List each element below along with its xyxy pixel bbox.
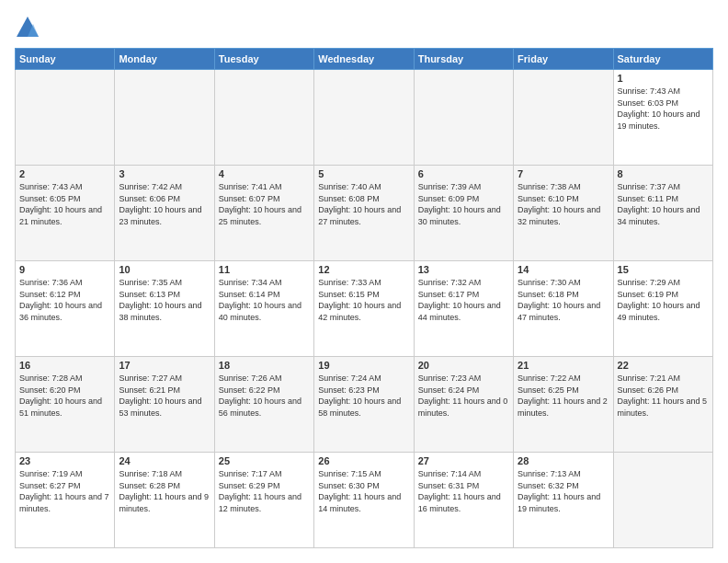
calendar-cell: 28Sunrise: 7:13 AM Sunset: 6:32 PM Dayli… <box>514 453 613 548</box>
day-info: Sunrise: 7:13 AM Sunset: 6:32 PM Dayligh… <box>518 468 609 514</box>
weekday-header-monday: Monday <box>115 49 214 70</box>
day-number: 16 <box>19 360 110 371</box>
calendar-cell: 17Sunrise: 7:27 AM Sunset: 6:21 PM Dayli… <box>115 357 214 453</box>
weekday-header-tuesday: Tuesday <box>214 49 313 70</box>
day-info: Sunrise: 7:36 AM Sunset: 6:12 PM Dayligh… <box>19 277 110 323</box>
calendar-cell: 6Sunrise: 7:39 AM Sunset: 6:09 PM Daylig… <box>414 166 513 261</box>
calendar-week-row-3: 9Sunrise: 7:36 AM Sunset: 6:12 PM Daylig… <box>16 261 713 357</box>
calendar-cell <box>613 453 712 548</box>
header <box>15 15 713 40</box>
day-info: Sunrise: 7:38 AM Sunset: 6:10 PM Dayligh… <box>518 181 609 227</box>
day-number: 17 <box>119 360 210 371</box>
day-info: Sunrise: 7:19 AM Sunset: 6:27 PM Dayligh… <box>19 468 110 514</box>
calendar-header-row: SundayMondayTuesdayWednesdayThursdayFrid… <box>16 49 713 70</box>
day-info: Sunrise: 7:22 AM Sunset: 6:25 PM Dayligh… <box>518 373 609 419</box>
calendar-cell: 2Sunrise: 7:43 AM Sunset: 6:05 PM Daylig… <box>16 166 115 261</box>
day-number: 24 <box>119 455 210 466</box>
weekday-header-saturday: Saturday <box>613 49 712 70</box>
day-info: Sunrise: 7:17 AM Sunset: 6:29 PM Dayligh… <box>219 468 310 514</box>
day-info: Sunrise: 7:23 AM Sunset: 6:24 PM Dayligh… <box>418 373 509 419</box>
calendar-cell: 26Sunrise: 7:15 AM Sunset: 6:30 PM Dayli… <box>314 453 414 548</box>
calendar-cell: 24Sunrise: 7:18 AM Sunset: 6:28 PM Dayli… <box>115 453 214 548</box>
calendar-cell <box>115 70 214 166</box>
day-number: 27 <box>418 455 509 466</box>
calendar-cell: 13Sunrise: 7:32 AM Sunset: 6:17 PM Dayli… <box>414 261 513 357</box>
day-number: 3 <box>119 168 210 179</box>
day-info: Sunrise: 7:43 AM Sunset: 6:05 PM Dayligh… <box>19 181 110 227</box>
calendar-cell: 5Sunrise: 7:40 AM Sunset: 6:08 PM Daylig… <box>314 166 414 261</box>
day-info: Sunrise: 7:34 AM Sunset: 6:14 PM Dayligh… <box>219 277 310 323</box>
calendar-table: SundayMondayTuesdayWednesdayThursdayFrid… <box>15 48 713 548</box>
calendar-cell <box>514 70 613 166</box>
calendar-cell: 20Sunrise: 7:23 AM Sunset: 6:24 PM Dayli… <box>414 357 513 453</box>
day-number: 25 <box>219 455 310 466</box>
day-info: Sunrise: 7:40 AM Sunset: 6:08 PM Dayligh… <box>318 181 409 227</box>
page: SundayMondayTuesdayWednesdayThursdayFrid… <box>0 0 728 563</box>
calendar-cell: 25Sunrise: 7:17 AM Sunset: 6:29 PM Dayli… <box>214 453 313 548</box>
calendar-cell: 10Sunrise: 7:35 AM Sunset: 6:13 PM Dayli… <box>115 261 214 357</box>
calendar-cell: 11Sunrise: 7:34 AM Sunset: 6:14 PM Dayli… <box>214 261 313 357</box>
day-info: Sunrise: 7:41 AM Sunset: 6:07 PM Dayligh… <box>219 181 310 227</box>
day-info: Sunrise: 7:33 AM Sunset: 6:15 PM Dayligh… <box>318 277 409 323</box>
calendar-cell: 4Sunrise: 7:41 AM Sunset: 6:07 PM Daylig… <box>214 166 313 261</box>
day-info: Sunrise: 7:27 AM Sunset: 6:21 PM Dayligh… <box>119 373 210 419</box>
day-number: 2 <box>19 168 110 179</box>
day-number: 13 <box>418 264 509 275</box>
day-info: Sunrise: 7:30 AM Sunset: 6:18 PM Dayligh… <box>518 277 609 323</box>
calendar-cell <box>414 70 513 166</box>
day-number: 21 <box>518 360 609 371</box>
day-number: 4 <box>219 168 310 179</box>
day-number: 10 <box>119 264 210 275</box>
calendar-week-row-1: 1Sunrise: 7:43 AM Sunset: 6:03 PM Daylig… <box>16 70 713 166</box>
day-number: 15 <box>618 264 709 275</box>
calendar-cell: 3Sunrise: 7:42 AM Sunset: 6:06 PM Daylig… <box>115 166 214 261</box>
weekday-header-sunday: Sunday <box>16 49 115 70</box>
calendar-cell: 15Sunrise: 7:29 AM Sunset: 6:19 PM Dayli… <box>613 261 712 357</box>
logo <box>15 15 44 40</box>
day-number: 22 <box>618 360 709 371</box>
day-number: 8 <box>618 168 709 179</box>
day-info: Sunrise: 7:26 AM Sunset: 6:22 PM Dayligh… <box>219 373 310 419</box>
calendar-cell: 21Sunrise: 7:22 AM Sunset: 6:25 PM Dayli… <box>514 357 613 453</box>
day-info: Sunrise: 7:35 AM Sunset: 6:13 PM Dayligh… <box>119 277 210 323</box>
day-number: 19 <box>318 360 409 371</box>
day-info: Sunrise: 7:32 AM Sunset: 6:17 PM Dayligh… <box>418 277 509 323</box>
calendar-cell <box>214 70 313 166</box>
calendar-cell: 27Sunrise: 7:14 AM Sunset: 6:31 PM Dayli… <box>414 453 513 548</box>
weekday-header-friday: Friday <box>514 49 613 70</box>
day-info: Sunrise: 7:24 AM Sunset: 6:23 PM Dayligh… <box>318 373 409 419</box>
calendar-cell: 22Sunrise: 7:21 AM Sunset: 6:26 PM Dayli… <box>613 357 712 453</box>
calendar-cell: 19Sunrise: 7:24 AM Sunset: 6:23 PM Dayli… <box>314 357 414 453</box>
day-number: 9 <box>19 264 110 275</box>
day-number: 23 <box>19 455 110 466</box>
calendar-week-row-5: 23Sunrise: 7:19 AM Sunset: 6:27 PM Dayli… <box>16 453 713 548</box>
day-info: Sunrise: 7:39 AM Sunset: 6:09 PM Dayligh… <box>418 181 509 227</box>
day-info: Sunrise: 7:43 AM Sunset: 6:03 PM Dayligh… <box>618 86 709 132</box>
calendar-cell <box>16 70 115 166</box>
calendar-cell: 23Sunrise: 7:19 AM Sunset: 6:27 PM Dayli… <box>16 453 115 548</box>
day-number: 26 <box>318 455 409 466</box>
weekday-header-wednesday: Wednesday <box>314 49 414 70</box>
calendar-cell: 12Sunrise: 7:33 AM Sunset: 6:15 PM Dayli… <box>314 261 414 357</box>
day-number: 6 <box>418 168 509 179</box>
calendar-cell: 1Sunrise: 7:43 AM Sunset: 6:03 PM Daylig… <box>613 70 712 166</box>
day-info: Sunrise: 7:14 AM Sunset: 6:31 PM Dayligh… <box>418 468 509 514</box>
weekday-header-thursday: Thursday <box>414 49 513 70</box>
calendar-cell: 14Sunrise: 7:30 AM Sunset: 6:18 PM Dayli… <box>514 261 613 357</box>
day-info: Sunrise: 7:28 AM Sunset: 6:20 PM Dayligh… <box>19 373 110 419</box>
logo-icon <box>15 15 40 40</box>
calendar-cell: 8Sunrise: 7:37 AM Sunset: 6:11 PM Daylig… <box>613 166 712 261</box>
day-number: 1 <box>618 73 709 84</box>
calendar-cell: 18Sunrise: 7:26 AM Sunset: 6:22 PM Dayli… <box>214 357 313 453</box>
day-number: 28 <box>518 455 609 466</box>
day-number: 11 <box>219 264 310 275</box>
day-number: 5 <box>318 168 409 179</box>
day-number: 18 <box>219 360 310 371</box>
day-info: Sunrise: 7:29 AM Sunset: 6:19 PM Dayligh… <box>618 277 709 323</box>
calendar-cell: 16Sunrise: 7:28 AM Sunset: 6:20 PM Dayli… <box>16 357 115 453</box>
day-number: 7 <box>518 168 609 179</box>
calendar-cell <box>314 70 414 166</box>
day-info: Sunrise: 7:42 AM Sunset: 6:06 PM Dayligh… <box>119 181 210 227</box>
calendar-cell: 9Sunrise: 7:36 AM Sunset: 6:12 PM Daylig… <box>16 261 115 357</box>
day-info: Sunrise: 7:37 AM Sunset: 6:11 PM Dayligh… <box>618 181 709 227</box>
